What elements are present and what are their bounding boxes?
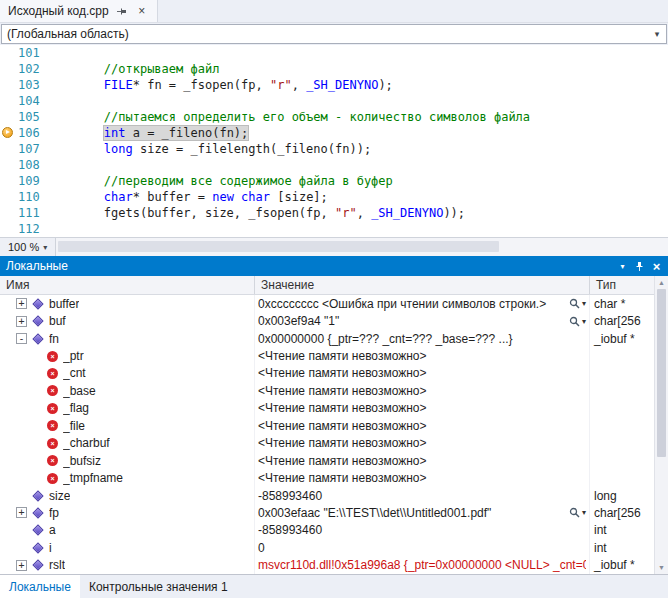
code-text[interactable]: [46, 221, 668, 237]
breakpoint-margin[interactable]: [0, 205, 18, 221]
code-text[interactable]: [46, 45, 668, 61]
locals-row[interactable]: +buf0x003ef9a4 "1"▾char[256: [0, 312, 654, 329]
pin-icon[interactable]: [631, 258, 648, 274]
locals-row[interactable]: ×_file<Чтение памяти невозможно>: [0, 417, 654, 434]
code-line[interactable]: 104: [0, 93, 668, 109]
breakpoint-margin[interactable]: [0, 109, 18, 125]
code-text[interactable]: int a = _fileno(fn);: [46, 125, 668, 141]
tab-locals[interactable]: Локальные: [0, 575, 80, 598]
breakpoint-margin[interactable]: [0, 189, 18, 205]
code-line[interactable]: 108: [0, 157, 668, 173]
locals-row[interactable]: ×_tmpfname<Чтение памяти невозможно>: [0, 469, 654, 486]
locals-row[interactable]: ×_cnt<Чтение памяти невозможно>: [0, 365, 654, 382]
scrollbar-thumb[interactable]: [58, 241, 498, 252]
code-line[interactable]: 105 //пытаемся определить его объем - ко…: [0, 109, 668, 125]
expander-icon[interactable]: +: [16, 560, 27, 571]
code-text[interactable]: [46, 157, 668, 173]
locals-row[interactable]: ×_bufsiz<Чтение памяти невозможно>: [0, 452, 654, 469]
scope-dropdown[interactable]: (Глобальная область) ▾: [1, 24, 667, 44]
variable-name: fp: [49, 506, 59, 520]
breakpoint-margin[interactable]: [0, 141, 18, 157]
expander-spacer: [16, 490, 27, 501]
magnifier-dropdown-icon[interactable]: ▾: [582, 299, 586, 308]
scope-dropdown-value: (Глобальная область): [7, 27, 129, 41]
expander-icon[interactable]: +: [16, 507, 27, 518]
breakpoint-margin[interactable]: [0, 45, 18, 61]
locals-row[interactable]: i0int: [0, 539, 654, 556]
scroll-down-icon[interactable]: ▼: [655, 561, 668, 574]
locals-row[interactable]: +rsltmsvcr110d.dll!0x51a996a8 {_ptr=0x00…: [0, 557, 654, 574]
scrollbar-thumb[interactable]: [657, 289, 666, 457]
breakpoint-margin[interactable]: [0, 61, 18, 77]
locals-row[interactable]: ×_charbuf<Чтение памяти невозможно>: [0, 435, 654, 452]
code-line[interactable]: 107 long size = _filelength(_fileno(fn))…: [0, 141, 668, 157]
magnifier-icon[interactable]: [569, 316, 580, 327]
locals-row[interactable]: ×_flag<Чтение памяти невозможно>: [0, 400, 654, 417]
variable-value: <Чтение памяти невозможно>: [258, 454, 586, 468]
magnifier-icon[interactable]: [569, 298, 580, 309]
locals-row[interactable]: +buffer0xcccccccc <Ошибка при чтении сим…: [0, 295, 654, 312]
close-icon[interactable]: ×: [648, 258, 665, 274]
locals-row[interactable]: ×_base<Чтение памяти невозможно>: [0, 382, 654, 399]
code-text[interactable]: long size = _filelength(_fileno(fn));: [46, 141, 668, 157]
expander-icon[interactable]: -: [16, 333, 27, 344]
code-line[interactable]: 110 char* buffer = new char [size];: [0, 189, 668, 205]
current-statement-marker-icon[interactable]: [2, 127, 13, 138]
locals-row[interactable]: size-858993460long: [0, 487, 654, 504]
code-text[interactable]: FILE* fn = _fsopen(fp, "r", _SH_DENYNO);: [46, 77, 668, 93]
code-line[interactable]: 112: [0, 221, 668, 237]
expander-icon[interactable]: +: [16, 316, 27, 327]
breakpoint-margin[interactable]: [0, 77, 18, 93]
code-line[interactable]: 102 //открываем файл: [0, 61, 668, 77]
code-line[interactable]: 103 FILE* fn = _fsopen(fp, "r", _SH_DENY…: [0, 77, 668, 93]
column-header-type[interactable]: Тип: [590, 276, 654, 294]
code-text[interactable]: char* buffer = new char [size];: [46, 189, 668, 205]
locals-row[interactable]: ×_ptr<Чтение памяти невозможно>: [0, 347, 654, 364]
document-tab[interactable]: Исходный код.cpp ×: [0, 0, 158, 22]
code-text[interactable]: //переводим все содержимое файла в буфер: [46, 173, 668, 189]
column-header-name[interactable]: Имя: [0, 276, 255, 294]
window-menu-icon[interactable]: ▾: [614, 258, 631, 274]
breakpoint-margin[interactable]: [0, 157, 18, 173]
code-line[interactable]: 101: [0, 45, 668, 61]
breakpoint-margin[interactable]: [0, 125, 18, 141]
expander-icon[interactable]: +: [16, 298, 27, 309]
vertical-scrollbar[interactable]: ▲ ▼: [654, 276, 668, 574]
locals-panel-header[interactable]: Локальные ▾ ×: [0, 256, 668, 276]
magnifier-dropdown-icon[interactable]: ▾: [582, 508, 586, 517]
chevron-down-icon[interactable]: ▾: [650, 29, 664, 39]
close-icon[interactable]: ×: [135, 4, 149, 18]
breakpoint-margin[interactable]: [0, 221, 18, 237]
scroll-up-icon[interactable]: ▲: [655, 276, 668, 289]
code-text[interactable]: //пытаемся определить его объем - количе…: [46, 109, 668, 125]
column-header-value[interactable]: Значение: [255, 276, 590, 294]
locals-row[interactable]: +fp0x003efaac "E:\\TEST\\det\\Untitled00…: [0, 504, 654, 521]
tab-watch-1[interactable]: Контрольные значения 1: [80, 575, 237, 598]
code-line[interactable]: 111 fgets(buffer, size, _fsopen(fp, "r",…: [0, 205, 668, 221]
value-cell: 0x00000000 {_ptr=??? _cnt=??? _base=??? …: [255, 330, 590, 347]
variable-value: <Чтение памяти невозможно>: [258, 401, 586, 415]
magnifier-icon[interactable]: [569, 507, 580, 518]
pin-icon[interactable]: [115, 4, 129, 18]
code-text[interactable]: //открываем файл: [46, 61, 668, 77]
variable-value: <Чтение памяти невозможно>: [258, 419, 586, 433]
code-editor[interactable]: 101102 //открываем файл103 FILE* fn = _f…: [0, 45, 668, 237]
zoom-control[interactable]: 100 % ▾: [0, 238, 56, 256]
line-number: 102: [18, 61, 46, 77]
variable-name: i: [49, 541, 52, 555]
code-text[interactable]: [46, 93, 668, 109]
breakpoint-margin[interactable]: [0, 173, 18, 189]
variable-name: _tmpfname: [63, 471, 123, 485]
code-line[interactable]: 106 int a = _fileno(fn);: [0, 125, 668, 141]
breakpoint-margin[interactable]: [0, 93, 18, 109]
code-line[interactable]: 109 //переводим все содержимое файла в б…: [0, 173, 668, 189]
scrollbar-track[interactable]: [655, 289, 668, 561]
horizontal-scrollbar[interactable]: [56, 238, 668, 256]
code-text[interactable]: fgets(buffer, size, _fsopen(fp, "r", _SH…: [46, 205, 668, 221]
name-cell: ×_bufsiz: [0, 452, 255, 469]
line-number: 109: [18, 173, 46, 189]
locals-row[interactable]: a-858993460int: [0, 522, 654, 539]
locals-row[interactable]: -fn0x00000000 {_ptr=??? _cnt=??? _base=?…: [0, 330, 654, 347]
magnifier-dropdown-icon[interactable]: ▾: [582, 317, 586, 326]
navigation-bar: (Глобальная область) ▾: [0, 23, 668, 45]
